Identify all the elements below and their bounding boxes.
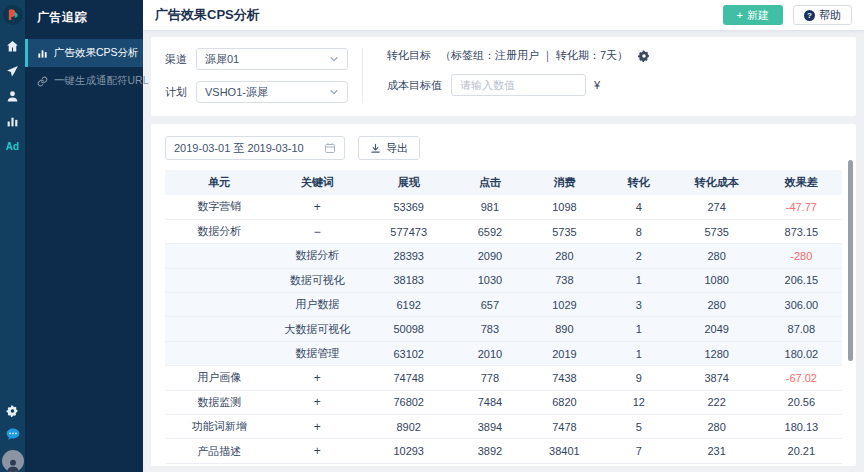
- expand-toggle[interactable]: +: [273, 195, 361, 219]
- page-title: 广告效果CPS分析: [155, 6, 260, 24]
- expand-toggle[interactable]: +: [273, 463, 361, 466]
- unit-cell: [165, 244, 273, 268]
- conversions-cell: 8: [605, 219, 673, 243]
- app-logo-icon[interactable]: [3, 5, 23, 25]
- table-row: 产品描述+10293389238401723120.21: [165, 439, 842, 463]
- unit-cell: 产品描述: [165, 439, 273, 463]
- table-row-sub: 数据可视化38183103073811080206.15: [165, 268, 842, 292]
- conversions-cell: 12: [605, 390, 673, 414]
- keyword-cell: 数据管理: [273, 341, 361, 365]
- cost-cell: 2019: [524, 341, 605, 365]
- clicks-cell: 7484: [456, 390, 524, 414]
- cost-cell: 38401: [524, 439, 605, 463]
- unit-cell: 用户画像: [165, 366, 273, 390]
- expand-toggle[interactable]: −: [273, 219, 361, 243]
- chat-icon[interactable]: [6, 427, 20, 441]
- unit-cell: [165, 268, 273, 292]
- question-circle-icon: ?: [804, 10, 815, 21]
- new-button[interactable]: + 新建: [723, 5, 783, 25]
- send-icon[interactable]: [6, 64, 20, 78]
- impressions-cell: 18394: [361, 463, 456, 466]
- filters-right: 转化目标 （标签组：注册用户 ｜ 转化期：7天） 成本目标值 ¥: [387, 48, 650, 103]
- keyword-cell: 数据分析: [273, 244, 361, 268]
- expand-toggle[interactable]: +: [273, 439, 361, 463]
- keyword-cell: 数据可视化: [273, 268, 361, 292]
- expand-toggle[interactable]: +: [273, 415, 361, 439]
- effect-cell: -280: [761, 244, 842, 268]
- cost-cell: 1029: [524, 293, 605, 317]
- expand-toggle[interactable]: +: [273, 366, 361, 390]
- rail-item-ad[interactable]: Ad: [6, 141, 19, 152]
- conversions-cell: 3: [605, 293, 673, 317]
- clicks-cell: 657: [456, 293, 524, 317]
- conversion-goal-detail: （标签组：注册用户 ｜ 转化期：7天）: [440, 48, 628, 63]
- report-table: 单元关键词展现点击消费转化转化成本效果差 数字营销+53369981109842…: [165, 170, 842, 466]
- avatar[interactable]: [2, 450, 24, 472]
- clicks-cell: 6592: [456, 219, 524, 243]
- conversions-cell: 5: [605, 415, 673, 439]
- effect-cell: 206.15: [761, 268, 842, 292]
- table-row: 数据监测+76802748468201222220.56: [165, 390, 842, 414]
- column-header: 点击: [456, 170, 524, 195]
- clicks-cell: 2090: [456, 244, 524, 268]
- column-header: 消费: [524, 170, 605, 195]
- help-button[interactable]: ? 帮助: [793, 5, 852, 25]
- conversions-cell: 2: [605, 244, 673, 268]
- bar-chart-icon[interactable]: [6, 114, 20, 128]
- user-icon[interactable]: [6, 89, 20, 103]
- sidebar-item-cps-analysis[interactable]: 广告效果CPS分析: [25, 39, 143, 67]
- clicks-cell: 981: [456, 195, 524, 219]
- calendar-icon: [324, 142, 336, 154]
- sidebar-item-wildcard-url[interactable]: 一键生成通配符URL: [25, 67, 143, 95]
- report-card: 2019-03-01 至 2019-03-10 导出 单元关键词展现点击消费转化…: [151, 124, 856, 466]
- home-icon[interactable]: [6, 39, 20, 53]
- expand-toggle[interactable]: +: [273, 390, 361, 414]
- column-header: 转化: [605, 170, 673, 195]
- effect-cell: 180.02: [761, 341, 842, 365]
- conversions-cell: 7: [605, 439, 673, 463]
- table-row-sub: 数据管理631022010201911280180.02: [165, 341, 842, 365]
- cost-cell: 738: [524, 268, 605, 292]
- cost-target-label: 成本目标值: [387, 78, 442, 93]
- gear-icon[interactable]: [638, 50, 650, 62]
- download-icon: [370, 143, 381, 154]
- conv_cost-cell: 1280: [673, 341, 761, 365]
- conv_cost-cell: 280: [673, 293, 761, 317]
- filters-left: 渠道 源犀01 计划 VSHO1-源犀: [165, 48, 348, 103]
- conversion-goal-label: 转化目标: [387, 48, 431, 63]
- impressions-cell: 76802: [361, 390, 456, 414]
- clicks-cell: 778: [456, 366, 524, 390]
- clicks-cell: 1030: [456, 268, 524, 292]
- cost-target-input[interactable]: [451, 74, 586, 96]
- conv_cost-cell: 5735: [673, 219, 761, 243]
- impressions-cell: 577473: [361, 219, 456, 243]
- conversions-cell: 10: [605, 463, 673, 466]
- plus-icon: +: [737, 9, 743, 21]
- topbar-actions: + 新建 ? 帮助: [723, 5, 852, 25]
- clicks-cell: 3892: [456, 439, 524, 463]
- gear-icon[interactable]: [6, 404, 20, 418]
- plan-select[interactable]: VSHO1-源犀: [196, 81, 348, 103]
- sidebar-item-label: 一键生成通配符URL: [54, 74, 149, 88]
- rail-nav: Ad: [6, 39, 20, 152]
- export-button[interactable]: 导出: [358, 136, 420, 160]
- impressions-cell: 6192: [361, 293, 456, 317]
- cost-cell: 7438: [524, 366, 605, 390]
- clicks-cell: 2010: [456, 341, 524, 365]
- table-body: 数字营销+5336998110984274-47.77数据分析−57747365…: [165, 195, 842, 466]
- impressions-cell: 53369: [361, 195, 456, 219]
- clicks-cell: 783: [456, 317, 524, 341]
- conversions-cell: 1: [605, 268, 673, 292]
- date-range-picker[interactable]: 2019-03-01 至 2019-03-10: [165, 136, 345, 160]
- clicks-cell: 1038: [456, 463, 524, 466]
- conversions-cell: 1: [605, 341, 673, 365]
- effect-cell: -47.77: [761, 195, 842, 219]
- channel-select[interactable]: 源犀01: [196, 48, 348, 70]
- conv_cost-cell: 274: [673, 195, 761, 219]
- sidebar-item-label: 广告效果CPS分析: [54, 46, 139, 60]
- effect-cell: 20.56: [761, 390, 842, 414]
- column-header: 单元: [165, 170, 273, 195]
- effect-cell: -67.02: [761, 366, 842, 390]
- clicks-cell: 3894: [456, 415, 524, 439]
- scrollbar-thumb[interactable]: [848, 160, 853, 361]
